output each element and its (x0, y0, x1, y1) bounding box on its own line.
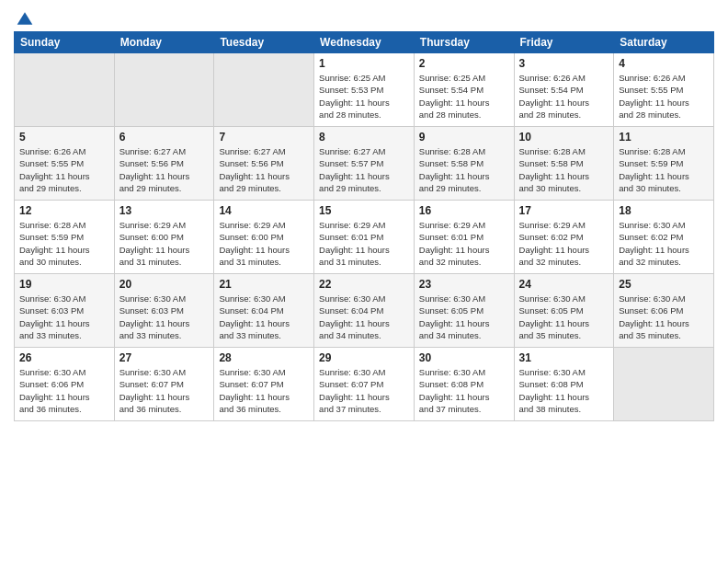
day-info: Sunrise: 6:30 AM Sunset: 6:05 PM Dayligh… (419, 293, 509, 341)
calendar-cell: 8Sunrise: 6:27 AM Sunset: 5:57 PM Daylig… (314, 127, 415, 201)
calendar-cell: 1Sunrise: 6:25 AM Sunset: 5:53 PM Daylig… (314, 53, 415, 127)
calendar-cell: 5Sunrise: 6:26 AM Sunset: 5:55 PM Daylig… (15, 127, 115, 201)
day-info: Sunrise: 6:25 AM Sunset: 5:54 PM Dayligh… (419, 72, 509, 121)
day-number: 18 (619, 204, 709, 217)
calendar-week-row: 26Sunrise: 6:30 AM Sunset: 6:06 PM Dayli… (15, 348, 714, 421)
day-number: 6 (119, 131, 210, 144)
day-number: 9 (419, 131, 509, 144)
day-info: Sunrise: 6:28 AM Sunset: 5:59 PM Dayligh… (19, 219, 109, 268)
day-info: Sunrise: 6:27 AM Sunset: 5:56 PM Dayligh… (119, 145, 210, 194)
weekday-header: Sunday (15, 32, 115, 53)
weekday-header: Wednesday (314, 32, 415, 53)
calendar-cell (15, 53, 115, 127)
day-info: Sunrise: 6:29 AM Sunset: 6:01 PM Dayligh… (419, 219, 509, 268)
calendar-cell: 6Sunrise: 6:27 AM Sunset: 5:56 PM Daylig… (114, 127, 214, 201)
day-info: Sunrise: 6:30 AM Sunset: 6:02 PM Dayligh… (619, 219, 709, 268)
day-info: Sunrise: 6:30 AM Sunset: 6:05 PM Dayligh… (519, 293, 609, 341)
day-number: 24 (519, 278, 609, 291)
calendar-cell: 26Sunrise: 6:30 AM Sunset: 6:06 PM Dayli… (15, 348, 115, 421)
calendar-cell: 12Sunrise: 6:28 AM Sunset: 5:59 PM Dayli… (15, 201, 115, 274)
calendar-cell: 23Sunrise: 6:30 AM Sunset: 6:05 PM Dayli… (414, 274, 514, 348)
calendar-cell: 14Sunrise: 6:29 AM Sunset: 6:00 PM Dayli… (214, 201, 314, 274)
calendar-cell: 2Sunrise: 6:25 AM Sunset: 5:54 PM Daylig… (414, 53, 514, 127)
calendar-week-row: 19Sunrise: 6:30 AM Sunset: 6:03 PM Dayli… (15, 274, 714, 348)
day-info: Sunrise: 6:28 AM Sunset: 5:58 PM Dayligh… (419, 145, 509, 194)
calendar-cell: 4Sunrise: 6:26 AM Sunset: 5:55 PM Daylig… (614, 53, 714, 127)
calendar-week-row: 5Sunrise: 6:26 AM Sunset: 5:55 PM Daylig… (15, 127, 714, 201)
day-info: Sunrise: 6:29 AM Sunset: 6:00 PM Dayligh… (119, 219, 210, 268)
weekday-header: Friday (514, 32, 614, 53)
day-number: 5 (19, 131, 109, 144)
calendar-cell: 17Sunrise: 6:29 AM Sunset: 6:02 PM Dayli… (514, 201, 614, 274)
day-number: 13 (119, 204, 210, 217)
day-number: 29 (319, 351, 409, 364)
day-info: Sunrise: 6:26 AM Sunset: 5:54 PM Dayligh… (519, 72, 609, 121)
day-info: Sunrise: 6:29 AM Sunset: 6:01 PM Dayligh… (319, 219, 409, 268)
day-info: Sunrise: 6:29 AM Sunset: 6:00 PM Dayligh… (219, 219, 309, 268)
day-number: 10 (519, 131, 609, 144)
page: SundayMondayTuesdayWednesdayThursdayFrid… (0, 0, 728, 563)
calendar-cell: 20Sunrise: 6:30 AM Sunset: 6:03 PM Dayli… (114, 274, 214, 348)
calendar-cell: 29Sunrise: 6:30 AM Sunset: 6:07 PM Dayli… (314, 348, 415, 421)
day-number: 21 (219, 278, 309, 291)
calendar-cell: 15Sunrise: 6:29 AM Sunset: 6:01 PM Dayli… (314, 201, 415, 274)
weekday-header-row: SundayMondayTuesdayWednesdayThursdayFrid… (15, 32, 714, 53)
calendar-week-row: 12Sunrise: 6:28 AM Sunset: 5:59 PM Dayli… (15, 201, 714, 274)
calendar-cell: 31Sunrise: 6:30 AM Sunset: 6:08 PM Dayli… (514, 348, 614, 421)
day-number: 19 (19, 278, 109, 291)
day-info: Sunrise: 6:30 AM Sunset: 6:07 PM Dayligh… (219, 366, 309, 415)
day-number: 3 (519, 57, 609, 70)
day-number: 17 (519, 204, 609, 217)
calendar-cell: 7Sunrise: 6:27 AM Sunset: 5:56 PM Daylig… (214, 127, 314, 201)
day-info: Sunrise: 6:30 AM Sunset: 6:08 PM Dayligh… (519, 366, 609, 415)
day-info: Sunrise: 6:26 AM Sunset: 5:55 PM Dayligh… (19, 145, 109, 194)
calendar-cell (214, 53, 314, 127)
calendar-cell: 16Sunrise: 6:29 AM Sunset: 6:01 PM Dayli… (414, 201, 514, 274)
logo-text (14, 9, 34, 28)
day-number: 15 (319, 204, 409, 217)
day-info: Sunrise: 6:30 AM Sunset: 6:04 PM Dayligh… (319, 293, 409, 341)
day-number: 14 (219, 204, 309, 217)
day-number: 22 (319, 278, 409, 291)
svg-marker-0 (17, 12, 33, 24)
day-number: 20 (119, 278, 210, 291)
day-number: 1 (319, 57, 409, 70)
calendar-week-row: 1Sunrise: 6:25 AM Sunset: 5:53 PM Daylig… (15, 53, 714, 127)
calendar-cell (614, 348, 714, 421)
day-info: Sunrise: 6:30 AM Sunset: 6:07 PM Dayligh… (319, 366, 409, 415)
day-info: Sunrise: 6:29 AM Sunset: 6:02 PM Dayligh… (519, 219, 609, 268)
calendar-cell: 13Sunrise: 6:29 AM Sunset: 6:00 PM Dayli… (114, 201, 214, 274)
day-info: Sunrise: 6:30 AM Sunset: 6:08 PM Dayligh… (419, 366, 509, 415)
calendar-cell: 24Sunrise: 6:30 AM Sunset: 6:05 PM Dayli… (514, 274, 614, 348)
day-number: 25 (619, 278, 709, 291)
day-info: Sunrise: 6:30 AM Sunset: 6:06 PM Dayligh… (19, 366, 109, 415)
day-info: Sunrise: 6:26 AM Sunset: 5:55 PM Dayligh… (619, 72, 709, 121)
calendar-cell: 30Sunrise: 6:30 AM Sunset: 6:08 PM Dayli… (414, 348, 514, 421)
header (14, 9, 714, 24)
calendar-cell: 21Sunrise: 6:30 AM Sunset: 6:04 PM Dayli… (214, 274, 314, 348)
day-info: Sunrise: 6:30 AM Sunset: 6:04 PM Dayligh… (219, 293, 309, 341)
day-number: 2 (419, 57, 509, 70)
calendar-cell: 25Sunrise: 6:30 AM Sunset: 6:06 PM Dayli… (614, 274, 714, 348)
calendar-cell: 11Sunrise: 6:28 AM Sunset: 5:59 PM Dayli… (614, 127, 714, 201)
day-info: Sunrise: 6:27 AM Sunset: 5:56 PM Dayligh… (219, 145, 309, 194)
calendar-cell: 9Sunrise: 6:28 AM Sunset: 5:58 PM Daylig… (414, 127, 514, 201)
calendar-cell: 18Sunrise: 6:30 AM Sunset: 6:02 PM Dayli… (614, 201, 714, 274)
calendar-cell: 19Sunrise: 6:30 AM Sunset: 6:03 PM Dayli… (15, 274, 115, 348)
day-number: 26 (19, 351, 109, 364)
day-number: 4 (619, 57, 709, 70)
calendar-cell: 10Sunrise: 6:28 AM Sunset: 5:58 PM Dayli… (514, 127, 614, 201)
day-number: 27 (119, 351, 210, 364)
calendar-cell: 3Sunrise: 6:26 AM Sunset: 5:54 PM Daylig… (514, 53, 614, 127)
day-number: 11 (619, 131, 709, 144)
day-info: Sunrise: 6:30 AM Sunset: 6:03 PM Dayligh… (19, 293, 109, 341)
logo (14, 9, 34, 24)
day-number: 16 (419, 204, 509, 217)
weekday-header: Monday (114, 32, 214, 53)
calendar-cell: 22Sunrise: 6:30 AM Sunset: 6:04 PM Dayli… (314, 274, 415, 348)
logo-icon (16, 9, 34, 28)
day-info: Sunrise: 6:27 AM Sunset: 5:57 PM Dayligh… (319, 145, 409, 194)
weekday-header: Saturday (614, 32, 714, 53)
day-number: 23 (419, 278, 509, 291)
calendar-cell: 28Sunrise: 6:30 AM Sunset: 6:07 PM Dayli… (214, 348, 314, 421)
